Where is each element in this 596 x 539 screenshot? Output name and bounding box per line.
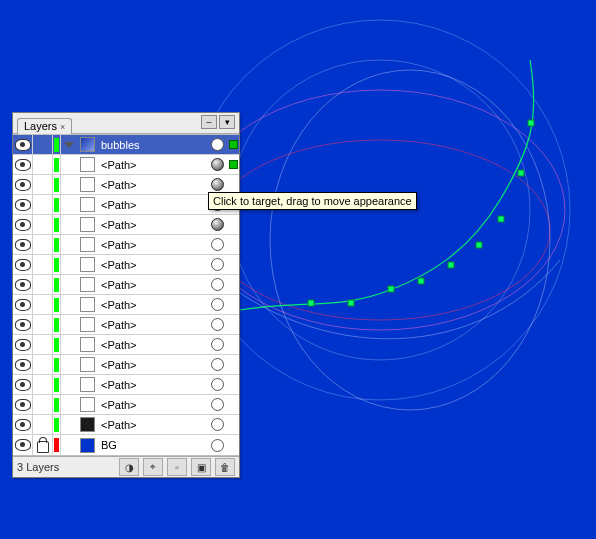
lock-toggle[interactable] <box>33 415 53 434</box>
visibility-toggle[interactable] <box>13 155 33 174</box>
visibility-toggle[interactable] <box>13 395 33 414</box>
target-button[interactable] <box>207 395 227 414</box>
path-row[interactable]: <Path> <box>13 195 239 215</box>
lock-toggle[interactable] <box>33 175 53 194</box>
path-row[interactable]: <Path> <box>13 315 239 335</box>
lock-toggle[interactable] <box>33 195 53 214</box>
target-button[interactable] <box>207 255 227 274</box>
selection-indicator[interactable] <box>227 375 239 394</box>
target-button[interactable] <box>207 335 227 354</box>
target-button[interactable] <box>207 295 227 314</box>
new-layer-button[interactable]: ▣ <box>191 458 211 476</box>
item-name[interactable]: <Path> <box>97 375 207 394</box>
delete-layer-button[interactable]: 🗑 <box>215 458 235 476</box>
tab-close-icon[interactable]: × <box>60 122 65 132</box>
path-row[interactable]: <Path> <box>13 415 239 435</box>
new-sublayer-button[interactable]: ▫ <box>167 458 187 476</box>
selection-indicator[interactable] <box>227 215 239 234</box>
path-row[interactable]: <Path> <box>13 155 239 175</box>
selection-indicator[interactable] <box>227 335 239 354</box>
lock-toggle[interactable] <box>33 315 53 334</box>
lock-toggle[interactable] <box>33 335 53 354</box>
selection-indicator[interactable] <box>227 355 239 374</box>
selection-indicator[interactable] <box>227 255 239 274</box>
selection-indicator[interactable] <box>227 315 239 334</box>
tab-layers[interactable]: Layers× <box>17 118 72 134</box>
selection-indicator[interactable] <box>227 135 239 154</box>
item-name[interactable]: <Path> <box>97 195 207 214</box>
item-name[interactable]: <Path> <box>97 295 207 314</box>
selection-indicator[interactable] <box>227 295 239 314</box>
make-clipping-mask-button[interactable]: ◑ <box>119 458 139 476</box>
item-name[interactable]: BG <box>97 435 207 455</box>
lock-toggle[interactable] <box>33 395 53 414</box>
target-button[interactable] <box>207 315 227 334</box>
visibility-toggle[interactable] <box>13 135 33 154</box>
item-name[interactable]: <Path> <box>97 395 207 414</box>
lock-toggle[interactable] <box>33 155 53 174</box>
visibility-toggle[interactable] <box>13 255 33 274</box>
lock-toggle[interactable] <box>33 295 53 314</box>
item-name[interactable]: <Path> <box>97 335 207 354</box>
path-row[interactable]: <Path> <box>13 175 239 195</box>
item-name[interactable]: <Path> <box>97 175 207 194</box>
visibility-toggle[interactable] <box>13 415 33 434</box>
visibility-toggle[interactable] <box>13 175 33 194</box>
path-row[interactable]: <Path> <box>13 275 239 295</box>
selection-indicator[interactable] <box>227 415 239 434</box>
visibility-toggle[interactable] <box>13 335 33 354</box>
item-name[interactable]: <Path> <box>97 155 207 174</box>
layer-row[interactable]: bubbles <box>13 135 239 155</box>
lock-toggle[interactable] <box>33 375 53 394</box>
lock-toggle[interactable] <box>33 215 53 234</box>
visibility-toggle[interactable] <box>13 355 33 374</box>
item-name[interactable]: bubbles <box>97 135 207 154</box>
panel-menu-icon[interactable]: ▾ <box>219 115 235 129</box>
path-row[interactable]: <Path> <box>13 335 239 355</box>
path-row[interactable]: <Path> <box>13 395 239 415</box>
item-name[interactable]: <Path> <box>97 255 207 274</box>
target-button[interactable] <box>207 355 227 374</box>
path-row[interactable]: <Path> <box>13 215 239 235</box>
target-button[interactable] <box>207 415 227 434</box>
path-row[interactable]: <Path> <box>13 295 239 315</box>
lock-toggle[interactable] <box>33 235 53 254</box>
item-name[interactable]: <Path> <box>97 215 207 234</box>
visibility-toggle[interactable] <box>13 315 33 334</box>
visibility-toggle[interactable] <box>13 435 33 455</box>
visibility-toggle[interactable] <box>13 195 33 214</box>
path-row[interactable]: <Path> <box>13 255 239 275</box>
selection-indicator[interactable] <box>227 235 239 254</box>
lock-toggle[interactable] <box>33 275 53 294</box>
selection-indicator[interactable] <box>227 275 239 294</box>
visibility-toggle[interactable] <box>13 375 33 394</box>
item-name[interactable]: <Path> <box>97 275 207 294</box>
path-row[interactable]: <Path> <box>13 375 239 395</box>
item-name[interactable]: <Path> <box>97 355 207 374</box>
lock-toggle[interactable] <box>33 435 53 455</box>
visibility-toggle[interactable] <box>13 295 33 314</box>
target-button[interactable] <box>207 375 227 394</box>
path-row[interactable]: <Path> <box>13 355 239 375</box>
visibility-toggle[interactable] <box>13 215 33 234</box>
visibility-toggle[interactable] <box>13 235 33 254</box>
target-button[interactable] <box>207 135 227 154</box>
path-row[interactable]: <Path> <box>13 235 239 255</box>
selection-indicator[interactable] <box>227 155 239 174</box>
target-button[interactable] <box>207 275 227 294</box>
item-name[interactable]: <Path> <box>97 315 207 334</box>
selection-indicator[interactable] <box>227 435 239 455</box>
target-button[interactable] <box>207 155 227 174</box>
item-name[interactable]: <Path> <box>97 415 207 434</box>
target-button[interactable] <box>207 435 227 455</box>
selection-indicator[interactable] <box>227 395 239 414</box>
disclosure-toggle[interactable] <box>61 135 77 154</box>
lock-toggle[interactable] <box>33 255 53 274</box>
target-button[interactable] <box>207 215 227 234</box>
layer-row[interactable]: BG <box>13 435 239 455</box>
item-name[interactable]: <Path> <box>97 235 207 254</box>
lock-toggle[interactable] <box>33 135 53 154</box>
lock-toggle[interactable] <box>33 355 53 374</box>
target-button[interactable] <box>207 235 227 254</box>
visibility-toggle[interactable] <box>13 275 33 294</box>
